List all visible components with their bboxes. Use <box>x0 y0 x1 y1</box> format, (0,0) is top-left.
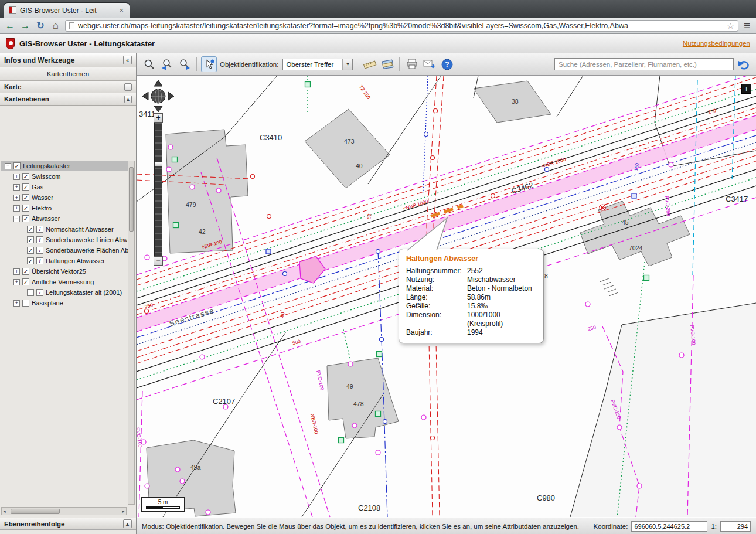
scroll-right-icon[interactable]: ► <box>121 509 125 513</box>
scrollbar-thumb[interactable] <box>11 509 60 514</box>
send-map-button[interactable] <box>421 56 437 72</box>
forward-icon[interactable]: → <box>19 19 31 32</box>
expand-node-icon[interactable]: + <box>13 184 20 191</box>
expand-node-icon[interactable]: + <box>13 300 20 307</box>
zoom-track[interactable] <box>154 123 162 256</box>
layer-checkbox[interactable]: ✓ <box>27 247 34 254</box>
previous-extent-button[interactable] <box>159 56 175 72</box>
layer-tree-item[interactable]: +✓Swisscom <box>1 171 128 182</box>
overview-expand-button[interactable]: + <box>741 84 751 94</box>
layer-tree-item[interactable]: +✓Übersicht Vektor25 <box>1 266 128 277</box>
expand-node-icon[interactable]: + <box>13 174 20 180</box>
layer-tree-item[interactable]: −✓Abwasser <box>1 213 128 224</box>
layer-tree-item[interactable]: iLeitungskataster alt (2001) <box>1 287 128 298</box>
bookmark-star-icon[interactable]: ☆ <box>727 21 734 30</box>
collapse-karte-icon[interactable]: − <box>124 83 132 91</box>
layer-tree-item[interactable]: −✓Leitungskataster <box>1 161 128 171</box>
collapse-kartenebenen-icon[interactable]: ▲ <box>124 96 132 103</box>
section-kartenebenen[interactable]: Kartenebenen ▲ <box>0 93 136 106</box>
zoom-box-button[interactable] <box>141 56 157 72</box>
expand-ebenenreihenfolge-icon[interactable]: ▲ <box>123 519 132 528</box>
layer-checkbox[interactable]: ✓ <box>22 268 29 275</box>
url-bar[interactable]: webgis.uster.ch/maps-leitungskataster/le… <box>65 20 738 32</box>
layer-tree-item[interactable]: +✓Wasser <box>1 192 128 203</box>
zoom-in-button[interactable]: + <box>154 113 163 123</box>
favicon-icon <box>9 6 16 14</box>
browser-tab[interactable]: GIS-Browser Uster - Leit × <box>4 2 130 18</box>
layer-tree-item[interactable]: +✓Gas <box>1 182 128 192</box>
home-icon[interactable]: ⌂ <box>50 19 62 32</box>
identify-cursor-icon <box>204 59 214 70</box>
layer-tree-item[interactable]: +✓Elektro <box>1 203 128 213</box>
popup-attr-label: Dimension: <box>406 311 467 328</box>
zoom-slider[interactable]: + − <box>154 113 163 266</box>
help-button[interactable]: ? <box>439 56 455 72</box>
layer-info-icon[interactable]: i <box>36 236 43 243</box>
layer-checkbox[interactable]: ✓ <box>22 205 29 212</box>
next-extent-button[interactable] <box>176 56 192 72</box>
zoom-out-button[interactable]: − <box>154 256 163 266</box>
layer-info-icon[interactable]: i <box>36 226 43 233</box>
layer-tree-item[interactable]: +✓Amtliche Vermessung <box>1 277 128 287</box>
print-button[interactable] <box>404 56 420 72</box>
layer-tree-item[interactable]: ✓iSonderbauwerke Flächen Ab <box>1 245 128 256</box>
scrollbar-thumb[interactable] <box>129 167 134 232</box>
map-canvas[interactable]: C3410C3462C3417C2107C2108C9803411Seestra… <box>137 76 756 518</box>
collapse-node-icon[interactable]: − <box>5 163 11 169</box>
section-karte[interactable]: Karte − <box>0 81 136 93</box>
tab-close-icon[interactable]: × <box>118 6 125 15</box>
popup-attr-label: Gefälle: <box>406 302 467 311</box>
section-ebenenreihenfolge[interactable]: Ebenenreihenfolge ▲ <box>0 518 136 530</box>
undo-button[interactable] <box>735 56 751 72</box>
layer-label: Swisscom <box>32 173 61 180</box>
back-icon[interactable]: ← <box>4 19 16 32</box>
layer-checkbox[interactable]: ✓ <box>22 194 29 201</box>
expand-node-icon[interactable]: + <box>13 279 20 285</box>
expand-node-icon[interactable]: + <box>13 195 20 201</box>
layer-checkbox[interactable] <box>22 300 29 307</box>
vertical-scrollbar[interactable] <box>128 161 135 505</box>
layer-checkbox[interactable]: ✓ <box>27 226 34 233</box>
popup-attr-value: Mischabwasser <box>467 275 536 284</box>
terms-link[interactable]: Nutzungsbedingungen <box>683 40 750 47</box>
layer-tree-item[interactable]: ✓iNormschacht Abwasser <box>1 224 128 234</box>
layer-label: Elektro <box>32 205 52 212</box>
measure-area-button[interactable] <box>379 56 395 72</box>
layer-info-icon[interactable]: i <box>36 289 43 296</box>
url-text[interactable]: webgis.uster.ch/maps-leitungskataster/le… <box>78 22 723 30</box>
toolbar-separator <box>399 57 400 71</box>
browser-menu-icon[interactable]: ≡ <box>742 21 752 31</box>
layer-checkbox[interactable]: ✓ <box>27 236 34 243</box>
expand-node-icon[interactable]: + <box>13 268 20 275</box>
layer-checkbox[interactable]: ✓ <box>27 257 34 264</box>
identify-tool-button[interactable] <box>201 56 217 72</box>
magnifier-back-icon <box>161 59 173 70</box>
treffer-dropdown[interactable]: Oberster Treffer ▼ <box>282 59 353 70</box>
chevron-down-icon[interactable]: ▼ <box>342 59 352 70</box>
layer-checkbox[interactable]: ✓ <box>13 162 21 169</box>
search-input[interactable] <box>554 58 734 70</box>
kartenthemen-button[interactable]: Kartenthemen <box>0 67 136 81</box>
koordinate-input[interactable] <box>631 521 707 532</box>
horizontal-scrollbar[interactable]: ◄ ► <box>1 507 127 515</box>
layer-info-icon[interactable]: i <box>36 247 43 254</box>
layer-info-icon[interactable]: i <box>36 257 43 264</box>
measure-distance-button[interactable] <box>362 56 377 72</box>
layer-tree-item[interactable]: ✓iSonderbauwerke Linien Abw <box>1 234 128 245</box>
collapse-node-icon[interactable]: − <box>13 216 20 222</box>
reload-icon[interactable]: ↻ <box>35 19 46 32</box>
expand-node-icon[interactable]: + <box>13 205 20 212</box>
zoom-thumb[interactable] <box>154 162 162 166</box>
layer-tree-item[interactable]: ✓iHaltungen Abwasser <box>1 256 128 266</box>
layer-checkbox[interactable]: ✓ <box>22 278 29 285</box>
layer-checkbox[interactable]: ✓ <box>22 215 29 222</box>
scroll-left-icon[interactable]: ◄ <box>2 509 6 513</box>
layer-checkbox[interactable] <box>27 289 34 296</box>
scale-input[interactable] <box>720 521 751 532</box>
layer-tree-item[interactable]: +Basispläne <box>1 298 128 308</box>
layer-checkbox[interactable]: ✓ <box>22 173 29 180</box>
layer-checkbox[interactable]: ✓ <box>22 183 29 191</box>
pan-compass[interactable] <box>141 79 175 113</box>
popup-attr-label: Nutzung: <box>406 275 467 284</box>
collapse-panel-icon[interactable]: « <box>123 56 132 64</box>
